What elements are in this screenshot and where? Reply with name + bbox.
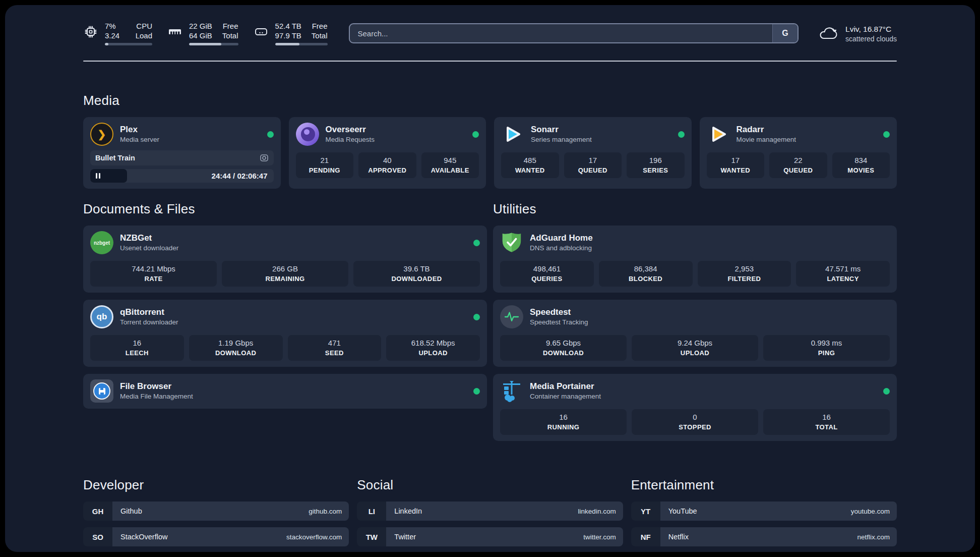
disk-stat: 52.4 TB Free 97.9 TB Total: [254, 21, 328, 45]
stat-label: BLOCKED: [601, 274, 691, 283]
stat-value: 744.21 Mbps: [92, 264, 215, 274]
bookmark-youtube[interactable]: YT YouTube youtube.com: [631, 502, 897, 521]
app-card-speedtest[interactable]: Speedtest Speedtest Tracking 9.65 Gbps D…: [493, 300, 897, 367]
stat-tile: 17 QUEUED: [564, 152, 622, 178]
bookmark-url: twitter.com: [583, 533, 616, 541]
status-online-dot: [473, 388, 480, 395]
bookmark-url: stackoverflow.com: [286, 533, 342, 541]
ram-free-value: 22 GiB: [189, 21, 212, 31]
app-title: qBittorrent: [120, 307, 178, 318]
disk-label-bottom: Total: [312, 31, 328, 40]
app-title: NZBGet: [120, 233, 178, 244]
section-documents-files: Documents & Files nzbget NZBGet Usenet d…: [83, 201, 487, 448]
status-online-dot: [473, 240, 480, 246]
cpu-icon: [83, 24, 98, 39]
app-title: Radarr: [737, 124, 797, 135]
stat-tile: 744.21 Mbps RATE: [90, 261, 217, 287]
now-playing-title: Bullet Train: [95, 154, 135, 162]
status-online-dot: [473, 314, 480, 320]
app-title: Overseerr: [326, 124, 375, 135]
ram-icon: [167, 24, 182, 39]
search-input[interactable]: [349, 23, 799, 43]
stat-label: DOWNLOAD: [191, 349, 281, 357]
sonarr-icon: [501, 123, 524, 146]
app-card-sonarr[interactable]: Sonarr Series management 485 WANTED 17 Q…: [494, 117, 692, 189]
section-title-utilities: Utilities: [493, 201, 897, 217]
stat-tile: 196 SERIES: [627, 152, 685, 178]
ram-total-value: 64 GiB: [189, 31, 212, 40]
stat-label: RUNNING: [502, 423, 625, 431]
stat-tile: 21 PENDING: [296, 152, 354, 178]
weather-location-temp: Lviv, 16.87°C: [845, 24, 897, 34]
app-card-nzbget[interactable]: nzbget NZBGet Usenet downloader 744.21 M…: [83, 226, 487, 293]
bookmark-name: Netflix: [668, 533, 689, 541]
cpu-load-value: 3.24: [105, 31, 122, 40]
qbittorrent-icon: qb: [90, 305, 113, 328]
stat-value: 196: [629, 155, 683, 165]
stat-value: 2,953: [700, 264, 789, 274]
bookmark-name: StackOverflow: [120, 533, 167, 541]
app-card-plex[interactable]: ❯ Plex Media server Bullet Train: [83, 117, 281, 189]
stat-label: QUEUED: [566, 166, 620, 175]
section-title-documents: Documents & Files: [83, 201, 487, 217]
stat-label: DOWNLOADED: [355, 274, 478, 283]
bookmark-twitter[interactable]: TW Twitter twitter.com: [357, 527, 623, 546]
stat-value: 618.52 Mbps: [388, 338, 478, 348]
stat-tile: 945 AVAILABLE: [421, 152, 479, 178]
portainer-icon: [500, 379, 523, 403]
cloud-moon-icon: [818, 24, 839, 42]
app-subtitle: Media server: [120, 135, 159, 144]
app-title: AdGuard Home: [530, 233, 593, 244]
section-title-developer: Developer: [83, 477, 349, 493]
bookmark-linkedin[interactable]: LI LinkedIn linkedin.com: [357, 502, 623, 521]
pause-icon[interactable]: [96, 173, 100, 179]
session-icon: [260, 153, 269, 162]
stat-value: 17: [566, 155, 620, 165]
bookmark-abbr: TW: [357, 527, 386, 546]
app-subtitle: DNS and adblocking: [530, 244, 593, 253]
app-title: Sonarr: [531, 124, 592, 135]
bookmark-abbr: GH: [83, 502, 112, 521]
playback-time: 24:44 / 02:06:47: [212, 172, 274, 180]
stat-value: 0: [634, 412, 756, 422]
stat-label: UPLOAD: [634, 349, 756, 357]
stat-tile: 47.571 ms LATENCY: [796, 261, 890, 287]
app-subtitle: Speedtest Tracking: [530, 318, 588, 327]
bookmark-github[interactable]: GH Github github.com: [83, 502, 349, 521]
stat-value: 16: [765, 412, 888, 422]
bookmark-netflix[interactable]: NF Netflix netflix.com: [631, 527, 897, 546]
stat-value: 39.6 TB: [355, 264, 478, 274]
app-card-overseerr[interactable]: Overseerr Media Requests 21 PENDING 40 A…: [289, 117, 486, 189]
ram-stat: 22 GiB Free 64 GiB Total: [167, 21, 238, 45]
now-playing-row: Bullet Train: [90, 150, 274, 165]
bookmark-url: netflix.com: [857, 533, 890, 541]
stat-value: 16: [502, 412, 625, 422]
stat-value: 498,461: [502, 264, 592, 274]
app-card-portainer[interactable]: Media Portainer Container management 16 …: [493, 374, 897, 441]
stat-tile: 834 MOVIES: [832, 152, 890, 178]
app-card-qbittorrent[interactable]: qb qBittorrent Torrent downloader 16 LEE…: [83, 300, 487, 367]
stat-tile: 1.19 Gbps DOWNLOAD: [189, 335, 283, 361]
stat-label: FILTERED: [700, 274, 789, 283]
weather-condition: scattered clouds: [845, 34, 897, 43]
stat-value: 40: [360, 155, 414, 165]
app-subtitle: Movie management: [737, 135, 797, 144]
app-card-filebrowser[interactable]: File Browser Media File Management: [83, 374, 487, 409]
stat-label: UPLOAD: [388, 349, 478, 357]
stat-value: 22: [771, 155, 825, 165]
disk-progress-bar: [275, 43, 328, 45]
stat-tile: 0.993 ms PING: [763, 335, 890, 361]
status-online-dot: [883, 388, 890, 395]
stat-value: 9.24 Gbps: [634, 338, 756, 348]
stat-label: RATE: [92, 274, 215, 283]
stat-label: PING: [765, 349, 888, 357]
app-card-adguard[interactable]: AdGuard Home DNS and adblocking 498,461 …: [493, 226, 897, 293]
stat-tile: 485 WANTED: [501, 152, 559, 178]
speedtest-icon: [500, 305, 523, 328]
stat-tile: 0 STOPPED: [632, 409, 758, 435]
header-divider: [83, 61, 897, 62]
search-engine-button[interactable]: G: [772, 24, 798, 42]
bookmark-stackoverflow[interactable]: SO StackOverflow stackoverflow.com: [83, 527, 349, 546]
app-subtitle: Torrent downloader: [120, 318, 178, 327]
app-card-radarr[interactable]: Radarr Movie management 17 WANTED 22 QUE…: [700, 117, 897, 189]
